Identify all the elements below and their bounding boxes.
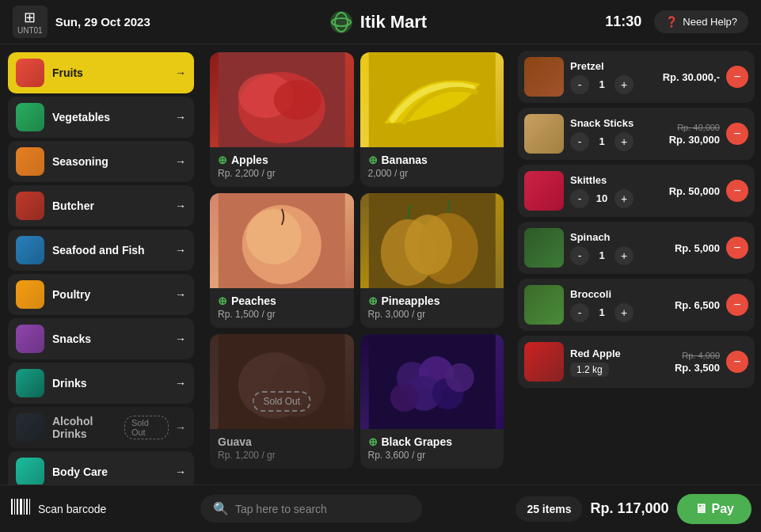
cart-original-red-apple: Rp. 4,000: [682, 351, 720, 360]
cart-name-spinach: Spinach: [570, 231, 668, 243]
remove-spinach[interactable]: −: [726, 237, 748, 259]
product-card-pineapples[interactable]: ⊕ Pineapples Rp. 3,000 / gr: [360, 193, 504, 328]
cart-price-area-red-apple: Rp. 4,000 Rp. 3,500: [675, 351, 720, 374]
add-icon-peaches: ⊕: [218, 294, 227, 307]
unit-box: ⊞ UNT01: [13, 6, 48, 38]
need-help-button[interactable]: ❓ Need Help?: [654, 10, 748, 33]
sidebar-thumb-fruits: [16, 59, 44, 87]
header: ⊞ UNT01 Sun, 29 Oct 2023 Itik Mart 11:30…: [0, 0, 761, 44]
remove-skittles[interactable]: −: [726, 180, 748, 202]
search-placeholder: Tap here to search: [235, 503, 327, 515]
help-icon: ❓: [665, 16, 678, 28]
decrease-snack-sticks[interactable]: -: [570, 132, 589, 151]
increase-spinach[interactable]: +: [615, 246, 634, 265]
items-count: 25 items: [516, 496, 582, 522]
sidebar-thumb-butcher: [16, 192, 44, 220]
product-area: ⊕ Apples Rp. 2,200 / gr ⊕: [202, 44, 512, 484]
sidebar-item-left-vegetables: Vegetables: [16, 103, 110, 131]
sidebar-item-left-butcher: Butcher: [16, 192, 94, 220]
sidebar-item-left-alcohol: Alcohol Drinks: [16, 413, 118, 442]
product-name-row-guava: Guava: [218, 435, 346, 448]
sidebar-item-left-drinks: Drinks: [16, 369, 87, 397]
sidebar-label-fruits: Fruits: [52, 66, 83, 79]
increase-snack-sticks[interactable]: +: [615, 132, 634, 151]
sidebar-arrow-vegetables: →: [175, 111, 186, 124]
cart-price-area-spinach: Rp. 5,000: [675, 242, 720, 254]
product-card-guava[interactable]: Sold Out Guava Rp. 1,200 / gr: [210, 334, 354, 469]
sold-out-badge-alcohol: Sold Out: [124, 416, 169, 439]
sidebar-thumb-poultry: [16, 280, 44, 309]
product-price-pineapples: Rp. 3,000 / gr: [368, 309, 497, 320]
sidebar-item-vegetables[interactable]: Vegetables →: [8, 97, 194, 138]
product-grid: ⊕ Apples Rp. 2,200 / gr ⊕: [210, 52, 504, 469]
bottom-bar: Scan barcode 🔍 Tap here to search 25 ite…: [0, 484, 761, 532]
cart-controls-skittles: - 10 +: [570, 189, 663, 208]
svg-point-6: [274, 80, 322, 120]
cart-name-broccoli: Broccoli: [570, 288, 668, 300]
sidebar-item-left-seafood: Seafood and Fish: [16, 236, 145, 264]
sidebar-item-snacks[interactable]: Snacks →: [8, 318, 194, 359]
product-price-peaches: Rp. 1,500 / gr: [218, 309, 346, 320]
cart-info-red-apple: Red Apple 1.2 kg: [570, 348, 668, 377]
product-img-peaches: [210, 193, 354, 288]
remove-red-apple[interactable]: −: [726, 351, 748, 373]
sidebar-item-bodycare[interactable]: Body Care →: [8, 451, 194, 484]
sidebar-item-seafood[interactable]: Seafood and Fish →: [8, 230, 194, 271]
sidebar-item-poultry[interactable]: Poultry →: [8, 274, 194, 315]
header-left: ⊞ UNT01 Sun, 29 Oct 2023: [13, 6, 150, 38]
remove-pretzel[interactable]: −: [726, 66, 748, 88]
cart-controls-red-apple: 1.2 kg: [570, 363, 668, 377]
product-name-pineapples: Pineapples: [382, 294, 440, 307]
decrease-spinach[interactable]: -: [570, 246, 589, 265]
product-card-peaches[interactable]: ⊕ Peaches Rp. 1,500 / gr: [210, 193, 354, 328]
product-name-row-peaches: ⊕ Peaches: [218, 294, 346, 307]
product-card-bananas[interactable]: ⊕ Bananas 2,000 / gr: [360, 52, 504, 187]
sidebar-item-alcohol[interactable]: Alcohol Drinks Sold Out →: [8, 407, 194, 448]
product-card-black-grapes[interactable]: ⊕ Black Grapes Rp. 3,600 / gr: [360, 334, 504, 469]
cart-item-skittles: Skittles - 10 + Rp. 50,000 −: [518, 165, 755, 217]
cart-price-area-snack-sticks: Rp. 40,000 Rp. 30,000: [669, 123, 720, 146]
decrease-broccoli[interactable]: -: [570, 303, 589, 322]
increase-skittles[interactable]: +: [615, 189, 634, 208]
cart-price-area-pretzel: Rp. 30.000,-: [663, 71, 720, 83]
cart-info-snack-sticks: Snack Sticks - 1 +: [570, 117, 663, 151]
remove-snack-sticks[interactable]: −: [726, 123, 748, 145]
pay-button[interactable]: 🖥 Pay: [677, 494, 751, 524]
scan-barcode-area[interactable]: Scan barcode: [10, 496, 106, 522]
product-info-bananas: ⊕ Bananas 2,000 / gr: [360, 147, 504, 187]
svg-rect-31: [24, 499, 25, 515]
decrease-skittles[interactable]: -: [570, 189, 589, 208]
cart-thumb-red-apple: [524, 342, 564, 382]
sidebar-item-seasoning[interactable]: Seasoning →: [8, 141, 194, 182]
sidebar-item-butcher[interactable]: Butcher →: [8, 185, 194, 226]
cart-info-spinach: Spinach - 1 +: [570, 231, 668, 265]
svg-rect-30: [20, 499, 22, 515]
increase-pretzel[interactable]: +: [615, 75, 634, 94]
sold-out-overlay-guava: Sold Out: [252, 391, 311, 412]
pay-label: Pay: [712, 502, 734, 516]
search-icon: 🔍: [213, 501, 229, 516]
svg-rect-28: [14, 499, 15, 515]
cart-thumb-spinach: [524, 228, 564, 268]
cart-kg-badge-red-apple: 1.2 kg: [570, 363, 609, 377]
sidebar-thumb-seasoning: [16, 147, 44, 176]
product-name-row-grapes: ⊕ Black Grapes: [368, 435, 497, 448]
cart-thumb-snack-sticks: [524, 114, 564, 154]
sidebar-thumb-snacks: [16, 325, 44, 353]
cart-price-area-skittles: Rp. 50,000: [669, 185, 720, 197]
decrease-pretzel[interactable]: -: [570, 75, 589, 94]
increase-broccoli[interactable]: +: [615, 303, 634, 322]
cart-price-area-broccoli: Rp. 6,500: [675, 299, 720, 311]
product-name-peaches: Peaches: [231, 294, 276, 307]
search-bar[interactable]: 🔍 Tap here to search: [200, 495, 422, 522]
sidebar-item-fruits[interactable]: Fruits →: [8, 52, 194, 93]
sidebar-label-vegetables: Vegetables: [52, 111, 110, 124]
sidebar-item-drinks[interactable]: Drinks →: [8, 363, 194, 404]
add-icon-pineapples: ⊕: [368, 294, 378, 307]
cart-total: Rp. 117,000: [590, 500, 668, 517]
sidebar-arrow-seafood: →: [175, 244, 186, 256]
remove-broccoli[interactable]: −: [726, 294, 748, 316]
sidebar-arrow-drinks: →: [175, 377, 186, 390]
sidebar-item-left-poultry: Poultry: [16, 280, 90, 309]
product-card-apples[interactable]: ⊕ Apples Rp. 2,200 / gr: [210, 52, 354, 187]
